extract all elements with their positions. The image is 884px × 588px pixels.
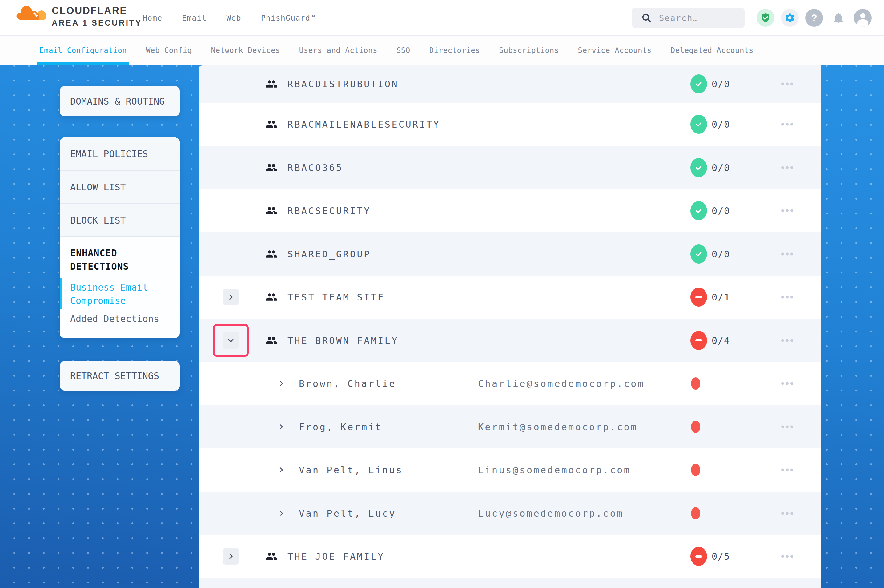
group-people-icon — [265, 248, 278, 260]
chevron-right-icon[interactable] — [277, 423, 285, 431]
tab-directories[interactable]: Directories — [429, 36, 480, 65]
collapse-group-button[interactable] — [223, 332, 239, 349]
tab-network-devices[interactable]: Network Devices — [211, 36, 280, 65]
chevron-down-icon — [227, 336, 235, 344]
member-count: 0/5 — [712, 551, 730, 562]
row-menu-button[interactable] — [780, 164, 794, 171]
header-nav: Home Email Web PhishGuard™ — [143, 0, 315, 36]
chevron-right-icon[interactable] — [277, 380, 285, 387]
group-name: RBACDISTRUBUTION — [287, 79, 398, 90]
table-row-group: RBACMAILENABLESECURITY 0/0 — [198, 103, 821, 146]
chevron-right-icon[interactable] — [277, 466, 285, 474]
member-name: Van Pelt, Linus — [299, 465, 403, 476]
row-menu-button[interactable] — [780, 509, 794, 517]
table-row-group: SHARED_GROUP 0/0 — [198, 232, 821, 276]
sidebar-item-domains-routing[interactable]: DOMAINS & ROUTING — [60, 86, 180, 116]
row-menu-button[interactable] — [780, 250, 794, 258]
expand-group-button[interactable] — [223, 289, 239, 305]
settings-gear-icon[interactable] — [781, 9, 799, 27]
sidebar-label: BLOCK LIST — [70, 215, 126, 226]
notifications-bell-icon[interactable] — [830, 9, 847, 27]
cloudflare-brand[interactable]: CLOUDFLARE AREA 1 SECURITY — [15, 3, 142, 28]
brand-text: CLOUDFLARE AREA 1 SECURITY — [52, 3, 142, 28]
group-people-icon — [265, 162, 278, 174]
table-row-group: RBACSECURITY 0/0 — [198, 189, 821, 232]
chevron-right-icon[interactable] — [277, 509, 285, 517]
nav-item-phishguard[interactable]: PhishGuard™ — [261, 14, 316, 22]
app-window: CLOUDFLARE AREA 1 SECURITY Home Email We… — [0, 0, 884, 588]
row-menu-button[interactable] — [780, 466, 794, 474]
brand-name: CLOUDFLARE — [52, 5, 142, 16]
minus-icon — [695, 339, 702, 341]
table-row-member: Brown, Charlie Charlie@somedemocorp.com — [198, 362, 821, 405]
sidebar-item-allow-list[interactable]: ALLOW LIST — [60, 171, 180, 204]
workspace-background: DOMAINS & ROUTING EMAIL POLICIES ALLOW L… — [0, 65, 884, 588]
member-email: Lucy@somedemocorp.com — [478, 508, 624, 519]
row-menu-button[interactable] — [780, 80, 794, 88]
tab-users-and-actions[interactable]: Users and Actions — [299, 36, 377, 65]
member-count: 0/1 — [712, 292, 730, 303]
tab-web-config[interactable]: Web Config — [146, 36, 192, 65]
directory-groups-table: RBACDISTRUBUTION 0/0 RBACMAILENABLESECUR… — [198, 65, 821, 588]
status-fail-badge — [690, 547, 707, 566]
row-menu-button[interactable] — [780, 553, 794, 560]
group-name: RBACSECURITY — [287, 206, 371, 216]
tab-email-configuration[interactable]: Email Configuration — [39, 36, 127, 65]
row-menu-button[interactable] — [780, 336, 794, 344]
status-fail-badge — [690, 331, 707, 350]
member-count: 0/0 — [712, 206, 730, 216]
member-name: Van Pelt, Lucy — [299, 508, 396, 519]
sidebar-item-business-email-compromise[interactable]: Business Email Compromise — [70, 281, 162, 307]
tab-delegated-accounts[interactable]: Delegated Accounts — [671, 36, 753, 65]
member-email: Linus@somedemocorp.com — [478, 465, 631, 476]
help-icon[interactable]: ? — [805, 9, 823, 27]
status-pass-badge — [690, 201, 707, 220]
header-utility-icons: ? — [756, 9, 872, 27]
status-pass-badge — [690, 158, 707, 177]
status-red-dot — [691, 377, 700, 390]
table-row-member: Frog, Kermit Kermit@somedemocorp.com — [198, 405, 821, 449]
minus-icon — [695, 555, 702, 558]
tab-service-accounts[interactable]: Service Accounts — [578, 36, 652, 65]
expand-group-button[interactable] — [223, 548, 239, 565]
chevron-right-icon — [227, 552, 235, 560]
account-avatar-icon[interactable] — [854, 9, 872, 27]
member-count: 0/0 — [712, 79, 730, 90]
status-pass-badge — [690, 115, 707, 134]
group-name: TEST TEAM SITE — [287, 292, 385, 303]
search-box[interactable] — [632, 8, 744, 28]
table-row-group: THE JOE FAMILY 0/5 — [198, 535, 821, 578]
tab-sso[interactable]: SSO — [397, 36, 410, 65]
row-menu-button[interactable] — [780, 120, 794, 128]
cloudflare-logo-icon — [15, 5, 49, 21]
row-menu-button[interactable] — [780, 380, 794, 387]
group-name: SHARED_GROUP — [287, 249, 371, 259]
sidebar-item-added-detections[interactable]: Added Detections — [70, 314, 170, 324]
top-header: CLOUDFLARE AREA 1 SECURITY Home Email We… — [0, 0, 884, 36]
protection-shield-icon[interactable] — [756, 9, 774, 27]
nav-item-web[interactable]: Web — [226, 14, 241, 22]
sidebar-label: EMAIL POLICIES — [70, 148, 148, 159]
row-menu-button[interactable] — [780, 207, 794, 214]
member-email: Kermit@somedemocorp.com — [478, 422, 638, 432]
table-row-member: Van Pelt, Lucy Lucy@somedemocorp.com — [198, 492, 821, 535]
sidebar-item-email-policies[interactable]: EMAIL POLICIES — [60, 138, 180, 171]
row-menu-button[interactable] — [780, 423, 794, 430]
sidebar-item-enhanced-detections[interactable]: ENHANCED DETECTIONS — [70, 246, 162, 273]
group-people-icon — [265, 550, 278, 562]
table-row-partial — [198, 578, 821, 588]
sidebar-email-policies-card: EMAIL POLICIES ALLOW LIST BLOCK LIST ENH… — [60, 138, 180, 338]
table-row-group: RBACO365 0/0 — [198, 146, 821, 189]
search-input[interactable] — [658, 13, 740, 23]
row-menu-button[interactable] — [780, 293, 794, 301]
sidebar-label: DOMAINS & ROUTING — [70, 96, 165, 107]
member-name: Frog, Kermit — [299, 422, 382, 432]
group-people-icon — [265, 78, 278, 90]
sidebar-item-retract-settings[interactable]: RETRACT SETTINGS — [60, 361, 180, 391]
sidebar-label: RETRACT SETTINGS — [70, 370, 159, 381]
config-tabbar: Email Configuration Web Config Network D… — [0, 36, 884, 65]
nav-item-home[interactable]: Home — [143, 14, 162, 22]
sidebar-item-block-list[interactable]: BLOCK LIST — [60, 204, 180, 237]
nav-item-email[interactable]: Email — [182, 14, 206, 22]
tab-subscriptions[interactable]: Subscriptions — [499, 36, 559, 65]
